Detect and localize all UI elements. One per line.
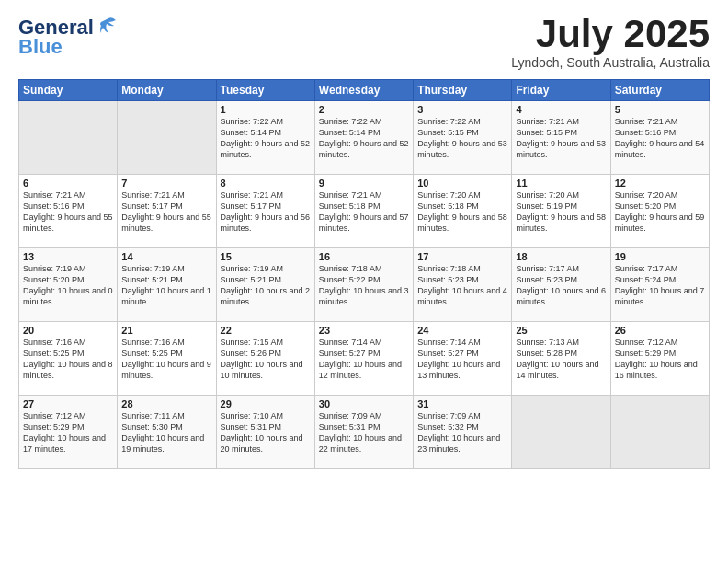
day-number: 24	[417, 325, 507, 336]
calendar-cell: 23Sunrise: 7:14 AMSunset: 5:27 PMDayligh…	[314, 322, 413, 396]
calendar-cell	[19, 101, 118, 175]
day-number: 20	[23, 325, 113, 336]
day-info: Sunrise: 7:22 AMSunset: 5:14 PMDaylight:…	[221, 116, 311, 161]
day-number: 5	[615, 104, 705, 115]
day-info: Sunrise: 7:21 AMSunset: 5:16 PMDaylight:…	[615, 116, 705, 161]
day-number: 6	[23, 178, 113, 189]
day-info: Sunrise: 7:20 AMSunset: 5:19 PMDaylight:…	[516, 190, 606, 235]
title-block: July 2025 Lyndoch, South Australia, Aust…	[511, 15, 710, 70]
day-info: Sunrise: 7:15 AMSunset: 5:26 PMDaylight:…	[221, 337, 311, 382]
calendar-cell: 30Sunrise: 7:09 AMSunset: 5:31 PMDayligh…	[314, 396, 413, 469]
day-number: 2	[319, 104, 409, 115]
day-number: 15	[221, 251, 311, 262]
calendar-cell: 17Sunrise: 7:18 AMSunset: 5:23 PMDayligh…	[414, 248, 512, 322]
day-number: 11	[516, 178, 606, 189]
calendar-cell	[118, 101, 216, 175]
day-number: 4	[516, 104, 606, 115]
day-info: Sunrise: 7:10 AMSunset: 5:31 PMDaylight:…	[221, 410, 311, 455]
calendar-cell: 13Sunrise: 7:19 AMSunset: 5:20 PMDayligh…	[19, 248, 118, 322]
day-number: 28	[121, 398, 211, 409]
calendar-cell: 21Sunrise: 7:16 AMSunset: 5:25 PMDayligh…	[118, 322, 216, 396]
day-info: Sunrise: 7:22 AMSunset: 5:15 PMDaylight:…	[417, 116, 507, 161]
day-info: Sunrise: 7:21 AMSunset: 5:15 PMDaylight:…	[516, 116, 606, 161]
calendar-cell: 4Sunrise: 7:21 AMSunset: 5:15 PMDaylight…	[512, 101, 610, 175]
day-info: Sunrise: 7:09 AMSunset: 5:32 PMDaylight:…	[417, 410, 507, 455]
day-number: 13	[23, 251, 113, 262]
day-number: 10	[417, 178, 507, 189]
day-info: Sunrise: 7:14 AMSunset: 5:27 PMDaylight:…	[319, 337, 409, 382]
calendar-cell: 25Sunrise: 7:13 AMSunset: 5:28 PMDayligh…	[512, 322, 610, 396]
weekday-sunday: Sunday	[19, 80, 118, 101]
day-number: 16	[319, 251, 409, 262]
month-title: July 2025	[511, 15, 710, 53]
calendar-cell: 6Sunrise: 7:21 AMSunset: 5:16 PMDaylight…	[19, 175, 118, 248]
location: Lyndoch, South Australia, Australia	[511, 55, 710, 70]
page: General Blue July 2025 Lyndoch, South Au…	[0, 0, 728, 478]
day-number: 17	[417, 251, 507, 262]
day-number: 14	[121, 251, 211, 262]
calendar-cell: 31Sunrise: 7:09 AMSunset: 5:32 PMDayligh…	[414, 396, 512, 469]
calendar-cell: 20Sunrise: 7:16 AMSunset: 5:25 PMDayligh…	[19, 322, 118, 396]
weekday-thursday: Thursday	[414, 80, 512, 101]
day-number: 9	[319, 178, 409, 189]
week-row-2: 6Sunrise: 7:21 AMSunset: 5:16 PMDaylight…	[19, 175, 710, 248]
day-info: Sunrise: 7:21 AMSunset: 5:17 PMDaylight:…	[221, 190, 311, 235]
day-info: Sunrise: 7:16 AMSunset: 5:25 PMDaylight:…	[23, 337, 113, 382]
day-number: 22	[221, 325, 311, 336]
calendar-cell: 16Sunrise: 7:18 AMSunset: 5:22 PMDayligh…	[314, 248, 413, 322]
week-row-3: 13Sunrise: 7:19 AMSunset: 5:20 PMDayligh…	[19, 248, 710, 322]
week-row-1: 1Sunrise: 7:22 AMSunset: 5:14 PMDaylight…	[19, 101, 710, 175]
calendar-cell: 5Sunrise: 7:21 AMSunset: 5:16 PMDaylight…	[610, 101, 709, 175]
logo-bird-icon	[96, 15, 121, 40]
header: General Blue July 2025 Lyndoch, South Au…	[18, 15, 710, 70]
day-info: Sunrise: 7:19 AMSunset: 5:20 PMDaylight:…	[23, 263, 113, 308]
day-info: Sunrise: 7:12 AMSunset: 5:29 PMDaylight:…	[23, 410, 113, 455]
logo: General Blue	[18, 15, 121, 59]
calendar-cell: 26Sunrise: 7:12 AMSunset: 5:29 PMDayligh…	[610, 322, 709, 396]
day-number: 18	[516, 251, 606, 262]
weekday-friday: Friday	[512, 80, 610, 101]
calendar-cell: 12Sunrise: 7:20 AMSunset: 5:20 PMDayligh…	[610, 175, 709, 248]
day-number: 31	[417, 398, 507, 409]
weekday-wednesday: Wednesday	[314, 80, 413, 101]
day-number: 29	[221, 398, 311, 409]
day-info: Sunrise: 7:11 AMSunset: 5:30 PMDaylight:…	[121, 410, 211, 455]
calendar-cell: 15Sunrise: 7:19 AMSunset: 5:21 PMDayligh…	[216, 248, 314, 322]
day-info: Sunrise: 7:19 AMSunset: 5:21 PMDaylight:…	[221, 263, 311, 308]
day-number: 30	[319, 398, 409, 409]
calendar-cell: 8Sunrise: 7:21 AMSunset: 5:17 PMDaylight…	[216, 175, 314, 248]
calendar-cell: 14Sunrise: 7:19 AMSunset: 5:21 PMDayligh…	[118, 248, 216, 322]
day-number: 26	[615, 325, 705, 336]
day-info: Sunrise: 7:17 AMSunset: 5:24 PMDaylight:…	[615, 263, 705, 308]
day-number: 3	[417, 104, 507, 115]
calendar-cell: 7Sunrise: 7:21 AMSunset: 5:17 PMDaylight…	[118, 175, 216, 248]
calendar-cell: 29Sunrise: 7:10 AMSunset: 5:31 PMDayligh…	[216, 396, 314, 469]
calendar-cell: 10Sunrise: 7:20 AMSunset: 5:18 PMDayligh…	[414, 175, 512, 248]
weekday-saturday: Saturday	[610, 80, 709, 101]
calendar-cell: 3Sunrise: 7:22 AMSunset: 5:15 PMDaylight…	[414, 101, 512, 175]
day-number: 7	[121, 178, 211, 189]
day-info: Sunrise: 7:18 AMSunset: 5:22 PMDaylight:…	[319, 263, 409, 308]
calendar-cell: 1Sunrise: 7:22 AMSunset: 5:14 PMDaylight…	[216, 101, 314, 175]
calendar-table: SundayMondayTuesdayWednesdayThursdayFrid…	[18, 79, 710, 469]
day-number: 27	[23, 398, 113, 409]
day-info: Sunrise: 7:17 AMSunset: 5:23 PMDaylight:…	[516, 263, 606, 308]
day-info: Sunrise: 7:09 AMSunset: 5:31 PMDaylight:…	[319, 410, 409, 455]
day-number: 1	[221, 104, 311, 115]
day-number: 8	[221, 178, 311, 189]
calendar-cell: 9Sunrise: 7:21 AMSunset: 5:18 PMDaylight…	[314, 175, 413, 248]
day-info: Sunrise: 7:12 AMSunset: 5:29 PMDaylight:…	[615, 337, 705, 382]
calendar-cell: 19Sunrise: 7:17 AMSunset: 5:24 PMDayligh…	[610, 248, 709, 322]
calendar-cell: 28Sunrise: 7:11 AMSunset: 5:30 PMDayligh…	[118, 396, 216, 469]
day-info: Sunrise: 7:21 AMSunset: 5:16 PMDaylight:…	[23, 190, 113, 235]
day-info: Sunrise: 7:14 AMSunset: 5:27 PMDaylight:…	[417, 337, 507, 382]
day-info: Sunrise: 7:13 AMSunset: 5:28 PMDaylight:…	[516, 337, 606, 382]
week-row-5: 27Sunrise: 7:12 AMSunset: 5:29 PMDayligh…	[19, 396, 710, 469]
calendar-cell	[512, 396, 610, 469]
day-info: Sunrise: 7:21 AMSunset: 5:18 PMDaylight:…	[319, 190, 409, 235]
logo-blue: Blue	[18, 35, 63, 59]
day-info: Sunrise: 7:22 AMSunset: 5:14 PMDaylight:…	[319, 116, 409, 161]
day-info: Sunrise: 7:18 AMSunset: 5:23 PMDaylight:…	[417, 263, 507, 308]
day-info: Sunrise: 7:16 AMSunset: 5:25 PMDaylight:…	[121, 337, 211, 382]
calendar-cell: 24Sunrise: 7:14 AMSunset: 5:27 PMDayligh…	[414, 322, 512, 396]
